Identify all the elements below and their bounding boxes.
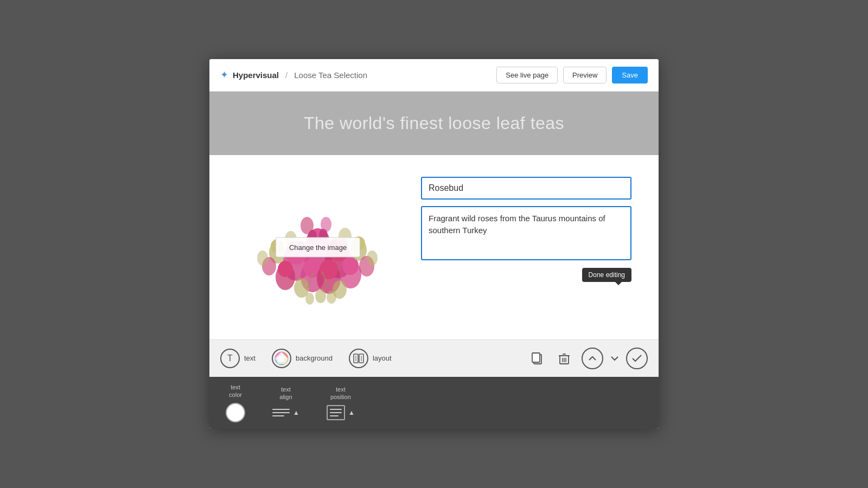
text-tool-icon: T [220,349,240,368]
sub-toolbar-text-position: textposition ▲ [327,386,355,421]
toolbar-background-item[interactable]: background [272,349,333,368]
text-align-control: ▲ [272,405,299,420]
preview-button[interactable]: Preview [563,67,607,84]
header: ✦ Hypervisual / Loose Tea Selection See … [209,59,659,92]
product-description-textarea[interactable]: Fragrant wild roses from the Taurus moun… [421,206,631,260]
layout-icon-svg [353,354,364,363]
text-icon-letter: T [227,354,233,363]
align-line-3 [272,415,284,416]
see-live-button[interactable]: See live page [496,67,558,84]
background-tool-icon [272,349,291,368]
bottom-toolbar: T text backg [209,339,659,377]
text-align-icon[interactable] [272,405,290,420]
move-buttons [611,356,618,361]
svg-point-31 [367,251,378,266]
sub-toolbar-text-align: textalign ▲ [272,386,299,421]
done-editing-tooltip-container: Done editing [421,268,631,282]
done-button[interactable] [626,348,648,369]
svg-point-33 [301,217,314,234]
svg-point-30 [327,291,336,304]
toolbar-left-items: T text backg [220,349,392,368]
text-color-control [226,403,245,422]
toolbar-layout-item[interactable]: layout [349,349,392,368]
layout-tool-label: layout [373,354,392,362]
svg-point-34 [321,217,331,232]
svg-point-38 [278,355,285,362]
svg-point-15 [320,260,338,279]
pos-line-2 [330,412,342,413]
done-editing-tooltip: Done editing [582,268,631,282]
header-left: ✦ Hypervisual / Loose Tea Selection [220,69,367,81]
page-title: Loose Tea Selection [294,70,367,80]
text-color-label: textcolor [229,383,242,399]
svg-point-32 [257,251,268,266]
text-tool-label: text [244,354,256,362]
sub-toolbar-text-color: textcolor [226,383,245,423]
hero-banner: The world's finest loose leaf teas [209,92,659,155]
image-container: Change the image [237,177,399,318]
text-position-label: textposition [330,386,351,401]
toolbar-text-item[interactable]: T text [220,349,256,368]
app-window: ✦ Hypervisual / Loose Tea Selection See … [209,59,659,429]
chevron-down-icon [611,356,618,361]
copy-button[interactable] [527,349,547,368]
change-image-button[interactable]: Change the image [276,237,360,257]
trash-icon [558,352,570,365]
copy-icon [531,352,543,365]
layout-tool-icon [349,349,368,368]
background-tool-label: background [296,354,333,362]
svg-point-29 [305,293,314,305]
content-area: Change the image Fragrant wild roses fro… [209,155,659,339]
text-fields: Fragrant wild roses from the Taurus moun… [421,177,631,282]
align-line-1 [272,409,290,410]
chevron-up-icon [589,356,596,361]
logo-icon: ✦ [220,69,228,81]
align-line-2 [272,412,290,413]
text-position-control: ▲ [327,405,355,420]
svg-point-19 [278,261,293,277]
text-color-picker[interactable] [226,403,245,422]
pos-line-3 [330,415,339,416]
text-position-arrow[interactable]: ▲ [348,409,355,416]
svg-point-28 [315,289,326,303]
header-separator: / [285,70,288,80]
move-up-button[interactable] [582,348,603,369]
pos-line-1 [330,409,342,410]
text-align-label: textalign [279,386,292,401]
delete-button[interactable] [554,349,574,368]
checkmark-icon [632,355,642,362]
brand-name: Hypervisual [233,70,279,80]
toolbar-right-items [527,348,648,369]
header-actions: See live page Preview Save [496,67,648,84]
color-wheel-svg [274,351,289,366]
hero-title: The world's finest loose leaf teas [220,113,648,133]
text-position-icon[interactable] [327,405,345,420]
product-name-input[interactable] [421,177,631,200]
save-button[interactable]: Save [612,67,648,84]
text-align-arrow[interactable]: ▲ [293,409,299,416]
svg-rect-44 [532,353,540,362]
sub-toolbar: textcolor textalign ▲ textposition [209,377,659,429]
